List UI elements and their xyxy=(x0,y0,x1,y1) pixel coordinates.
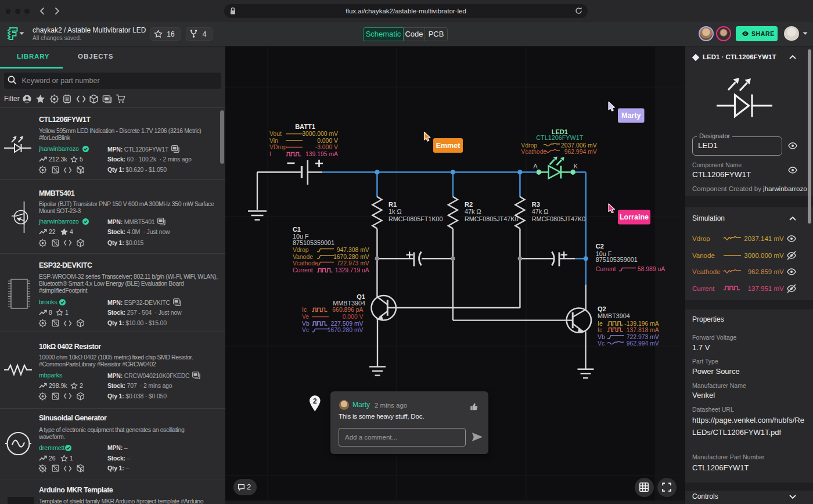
svg-text:Q1: Q1 xyxy=(357,293,365,300)
svg-text:Marty: Marty xyxy=(621,111,641,120)
svg-text:Ie: Ie xyxy=(598,321,603,327)
svg-text:139.195 mA: 139.195 mA xyxy=(305,151,338,157)
svg-text:C2: C2 xyxy=(596,243,604,250)
svg-text:Vdrop: Vdrop xyxy=(521,142,537,149)
svg-text:RMCF0805JT47K0: RMCF0805JT47K0 xyxy=(532,215,585,222)
svg-text:K: K xyxy=(574,163,578,170)
svg-text:Ic: Ic xyxy=(598,327,602,333)
svg-text:Vanode: Vanode xyxy=(293,254,313,260)
svg-text:947.308 mV: 947.308 mV xyxy=(337,247,369,253)
svg-text:-3.000 V: -3.000 V xyxy=(315,144,338,150)
svg-text:227.509 mV: 227.509 mV xyxy=(330,321,363,327)
svg-text:2: 2 xyxy=(313,397,317,405)
svg-text:Vc: Vc xyxy=(302,327,309,333)
svg-text:RMCF0805FT1K00: RMCF0805FT1K00 xyxy=(388,215,443,222)
svg-text:MMBT3904: MMBT3904 xyxy=(598,312,630,319)
svg-text:3000.000 mV: 3000.000 mV xyxy=(302,131,338,137)
svg-text:C1: C1 xyxy=(293,226,301,233)
svg-text:Vdrop: Vdrop xyxy=(293,247,309,253)
svg-text:Ve: Ve xyxy=(302,314,309,320)
svg-text:R3: R3 xyxy=(532,201,540,208)
svg-text:Vb: Vb xyxy=(598,334,605,340)
svg-text:Vb: Vb xyxy=(302,321,310,327)
svg-text:0.000 V: 0.000 V xyxy=(343,314,364,320)
svg-text:875105359001: 875105359001 xyxy=(293,239,334,246)
svg-text:Emmet: Emmet xyxy=(436,142,461,150)
svg-text:962.994 mV: 962.994 mV xyxy=(564,149,597,155)
svg-text:A: A xyxy=(533,163,538,170)
svg-text:Vc: Vc xyxy=(598,340,605,347)
svg-text:722.973 mV: 722.973 mV xyxy=(627,334,659,340)
svg-text:1670.280 mV: 1670.280 mV xyxy=(328,327,364,333)
svg-text:1329.719 uA: 1329.719 uA xyxy=(335,267,369,273)
svg-text:47k Ω: 47k Ω xyxy=(465,208,481,215)
svg-text:962.994 mV: 962.994 mV xyxy=(627,340,659,347)
svg-text:MMBT3904: MMBT3904 xyxy=(333,300,365,307)
svg-text:Current: Current xyxy=(293,267,313,273)
svg-text:875105359001: 875105359001 xyxy=(596,256,638,263)
svg-text:Q2: Q2 xyxy=(598,305,606,312)
svg-text:Ic: Ic xyxy=(302,307,307,313)
svg-text:Current: Current xyxy=(596,266,616,272)
svg-text:2037.006 mV: 2037.006 mV xyxy=(561,142,597,149)
svg-text:BATT1: BATT1 xyxy=(295,123,315,130)
svg-text:Lorraine: Lorraine xyxy=(620,213,649,221)
svg-text:R1: R1 xyxy=(388,201,397,208)
svg-text:RMCF0805JT47K0: RMCF0805JT47K0 xyxy=(465,215,518,222)
svg-text:Vin: Vin xyxy=(269,138,278,144)
svg-text:Vcathode: Vcathode xyxy=(521,149,546,155)
svg-text:VDrop: VDrop xyxy=(269,144,287,150)
svg-text:R2: R2 xyxy=(465,201,473,208)
svg-text:Vout: Vout xyxy=(269,131,282,137)
svg-text:-139.196 mA: -139.196 mA xyxy=(624,321,659,327)
svg-text:1k Ω: 1k Ω xyxy=(388,208,401,215)
svg-text:58.989 uA: 58.989 uA xyxy=(638,266,665,272)
svg-text:10u F: 10u F xyxy=(293,233,309,240)
svg-text:1670.280 mV: 1670.280 mV xyxy=(333,254,369,260)
svg-text:I: I xyxy=(269,151,271,157)
svg-text:47k Ω: 47k Ω xyxy=(532,208,548,215)
svg-text:722.973 mV: 722.973 mV xyxy=(337,260,369,267)
svg-text:660.896 pA: 660.896 pA xyxy=(332,307,363,313)
svg-text:Vcathode: Vcathode xyxy=(293,260,318,267)
svg-text:0.000 V: 0.000 V xyxy=(317,138,338,144)
svg-text:137.818 mA: 137.818 mA xyxy=(627,327,659,333)
svg-text:CTL1206FYW1T: CTL1206FYW1T xyxy=(536,134,583,141)
